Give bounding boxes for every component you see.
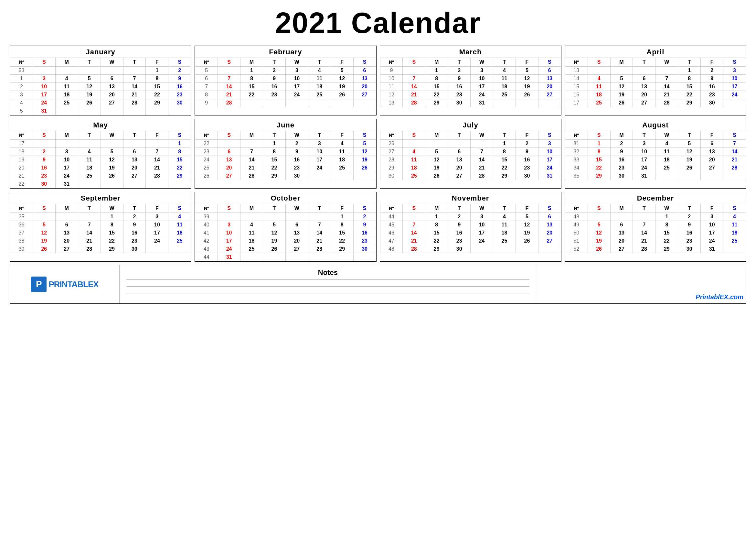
day-cell: 12 — [100, 156, 123, 164]
day-cell: 21 — [240, 164, 263, 172]
day-cell: 14 — [240, 156, 263, 164]
week-number: 22 — [10, 180, 33, 188]
day-cell: 25 — [308, 91, 331, 99]
day-cell — [123, 180, 146, 188]
week-number: 15 — [565, 83, 588, 91]
day-cell: 30 — [353, 245, 376, 253]
day-cell — [403, 140, 425, 148]
day-cell: 19 — [678, 156, 701, 164]
month-february: FebruaryNºSMTWTFS51234566789101112137141… — [195, 45, 376, 116]
website-link[interactable]: PrintablEX.com — [695, 294, 743, 301]
day-cell: 1 — [678, 67, 701, 75]
week-number: 4 — [10, 99, 33, 107]
day-cell: 15 — [331, 229, 353, 237]
day-cell: 12 — [331, 75, 353, 83]
header-day-6: S — [353, 131, 376, 140]
notes-title: Notes — [123, 268, 533, 277]
day-cell: 18 — [493, 83, 516, 91]
day-cell: 12 — [78, 83, 100, 91]
day-cell: 4 — [240, 221, 263, 229]
month-table-november: NºSMTWTFS4412345645789101112134614151617… — [380, 204, 561, 253]
day-cell: 19 — [588, 237, 610, 245]
day-cell: 29 — [425, 99, 448, 107]
day-cell: 9 — [701, 75, 723, 83]
day-cell: 17 — [723, 83, 746, 91]
table-row: 5123456 — [195, 67, 376, 75]
day-cell: 4 — [308, 67, 331, 75]
day-cell: 18 — [55, 91, 78, 99]
week-number: 17 — [565, 99, 588, 107]
week-number: 5 — [195, 67, 218, 75]
header-day-6: S — [538, 204, 561, 213]
day-cell — [168, 245, 191, 253]
table-row: 236789101112 — [195, 148, 376, 156]
day-cell — [403, 67, 425, 75]
day-cell: 3 — [285, 67, 308, 75]
day-cell: 24 — [538, 164, 561, 172]
day-cell: 6 — [538, 213, 561, 221]
day-cell: 31 — [218, 253, 240, 261]
table-row: 1328293031 — [380, 99, 561, 107]
month-table-september: NºSMTWTFS3512343656789101137121314151617… — [10, 204, 191, 253]
header-day-0: S — [33, 58, 55, 67]
day-cell — [285, 253, 308, 261]
month-title-february: February — [195, 46, 376, 58]
week-number: 25 — [195, 164, 218, 172]
day-cell: 22 — [493, 164, 516, 172]
header-day-2: T — [633, 58, 656, 67]
day-cell: 21 — [218, 91, 240, 99]
day-cell — [353, 99, 376, 107]
day-cell: 20 — [538, 229, 561, 237]
week-number: 51 — [565, 237, 588, 245]
day-cell: 12 — [425, 156, 448, 164]
week-number: 31 — [565, 140, 588, 148]
day-cell: 23 — [678, 237, 701, 245]
table-row: 1511121314151617 — [565, 83, 746, 91]
table-row: 2123242526272829 — [10, 172, 191, 180]
day-cell: 31 — [701, 245, 723, 253]
week-number: 26 — [380, 140, 403, 148]
notes-line-3 — [126, 293, 529, 294]
day-cell: 13 — [701, 148, 723, 156]
day-cell: 26 — [353, 164, 376, 172]
day-cell — [263, 253, 285, 261]
header-day-5: F — [701, 131, 723, 140]
header-day-2: T — [263, 58, 285, 67]
header-day-0: S — [403, 131, 425, 140]
day-cell: 17 — [538, 156, 561, 164]
header-n: Nº — [565, 204, 588, 213]
day-cell: 19 — [331, 83, 353, 91]
day-cell: 10 — [218, 229, 240, 237]
day-cell — [146, 140, 168, 148]
day-cell: 16 — [285, 156, 308, 164]
header-day-0: S — [33, 131, 55, 140]
page-title: 2021 Calendar — [10, 7, 746, 40]
table-row: 3025262728293031 — [380, 172, 561, 180]
day-cell: 11 — [493, 75, 516, 83]
day-cell: 6 — [610, 221, 633, 229]
week-number: 48 — [380, 245, 403, 253]
day-cell: 11 — [331, 148, 353, 156]
table-row: 35293031 — [565, 172, 746, 180]
day-cell — [308, 172, 331, 180]
header-day-5: F — [331, 131, 353, 140]
header-day-0: S — [218, 131, 240, 140]
header-day-1: M — [55, 58, 78, 67]
header-day-0: S — [403, 58, 425, 67]
table-row: 2016171819202122 — [10, 164, 191, 172]
table-row: 2627282930 — [195, 172, 376, 180]
header-day-0: S — [218, 58, 240, 67]
month-table-march: NºSMTWTFS9123456107891011121311141516171… — [380, 58, 561, 107]
day-cell: 15 — [263, 156, 285, 164]
header-day-6: S — [353, 204, 376, 213]
day-cell: 7 — [471, 148, 493, 156]
day-cell: 13 — [538, 221, 561, 229]
day-cell: 26 — [33, 245, 55, 253]
day-cell: 2 — [285, 140, 308, 148]
week-number: 23 — [195, 148, 218, 156]
header-day-1: M — [610, 131, 633, 140]
day-cell: 1 — [493, 140, 516, 148]
week-number: 36 — [10, 221, 33, 229]
week-number: 52 — [565, 245, 588, 253]
day-cell — [55, 67, 78, 75]
